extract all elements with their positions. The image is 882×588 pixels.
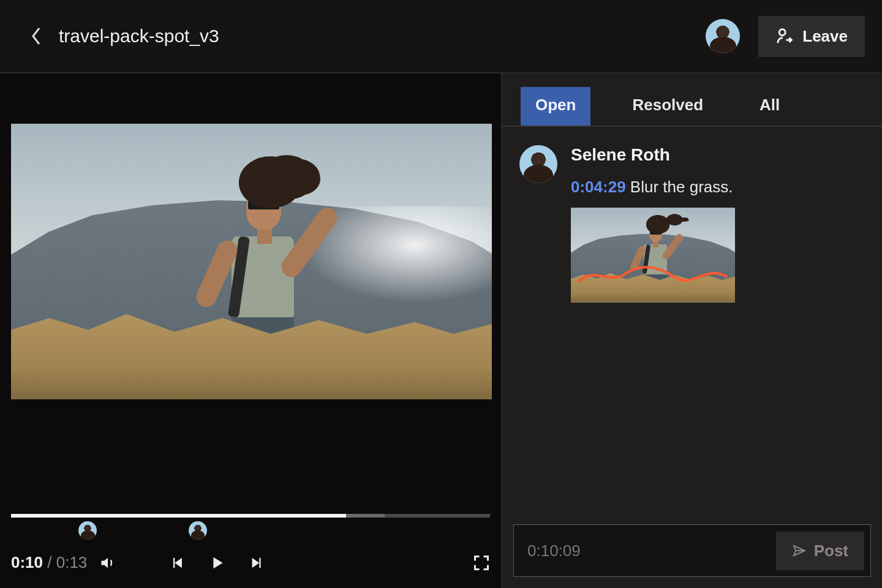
post-button[interactable]: Post xyxy=(776,532,864,570)
svg-marker-1 xyxy=(175,557,182,567)
step-back-icon[interactable] xyxy=(170,554,187,571)
leave-button[interactable]: Leave xyxy=(758,16,865,57)
tab-resolved[interactable]: Resolved xyxy=(617,87,718,126)
svg-marker-3 xyxy=(213,557,222,568)
comment-body: Selene Roth 0:04:29 Blur the grass. xyxy=(571,145,865,303)
comment-thumbnail[interactable] xyxy=(571,208,735,303)
composer-timestamp: 0:10:09 xyxy=(527,541,581,560)
post-label: Post xyxy=(814,541,848,560)
leave-label: Leave xyxy=(802,27,848,46)
step-forward-icon[interactable] xyxy=(246,554,263,571)
svg-rect-2 xyxy=(173,557,175,567)
tab-open[interactable]: Open xyxy=(521,87,590,126)
comment-tabs: OpenResolvedAll xyxy=(502,74,882,127)
player-controls: 0:10 / 0:13 xyxy=(0,545,501,588)
fullscreen-icon[interactable] xyxy=(473,554,490,571)
svg-marker-4 xyxy=(252,557,260,567)
transport-controls xyxy=(170,554,263,571)
comment-line: 0:04:29 Blur the grass. xyxy=(571,177,865,198)
header-left: travel-pack-spot_v3 xyxy=(31,26,219,47)
comment-markers xyxy=(11,518,490,545)
timeline-comment-marker[interactable] xyxy=(189,521,207,540)
timeline-comment-marker[interactable] xyxy=(78,521,97,540)
svg-point-0 xyxy=(780,29,786,36)
video-pane: 0:10 / 0:13 xyxy=(0,74,502,588)
comment-text: Blur the grass. xyxy=(630,178,733,196)
main: 0:10 / 0:13 xyxy=(0,74,882,588)
play-icon[interactable] xyxy=(208,554,225,571)
header: travel-pack-spot_v3 Leave xyxy=(0,0,882,74)
tab-all[interactable]: All xyxy=(745,87,794,126)
leave-icon xyxy=(775,27,794,45)
back-icon[interactable] xyxy=(31,26,42,46)
annotation-stroke xyxy=(578,263,729,287)
header-right: Leave xyxy=(706,16,865,57)
comment-thread: Selene Roth 0:04:29 Blur the grass. xyxy=(502,127,882,524)
comment[interactable]: Selene Roth 0:04:29 Blur the grass. xyxy=(519,145,865,303)
send-icon xyxy=(792,543,807,558)
svg-rect-5 xyxy=(259,557,260,567)
comment-composer[interactable]: 0:10:09 Post xyxy=(513,524,871,577)
file-name: travel-pack-spot_v3 xyxy=(59,26,219,47)
time-current: 0:10 xyxy=(11,553,43,571)
comment-avatar xyxy=(519,145,557,183)
comment-author: Selene Roth xyxy=(571,145,865,165)
scrub-area xyxy=(0,514,501,545)
timecode: 0:10 / 0:13 xyxy=(11,553,87,572)
comment-timestamp[interactable]: 0:04:29 xyxy=(571,178,626,196)
video-frame[interactable] xyxy=(11,124,492,399)
time-duration: 0:13 xyxy=(56,553,88,571)
comment-pane: OpenResolvedAll Selene Roth 0:04:29 Blur… xyxy=(502,74,882,588)
user-avatar[interactable] xyxy=(706,19,740,53)
volume-icon[interactable] xyxy=(99,554,116,571)
video-canvas-wrap xyxy=(0,74,501,417)
